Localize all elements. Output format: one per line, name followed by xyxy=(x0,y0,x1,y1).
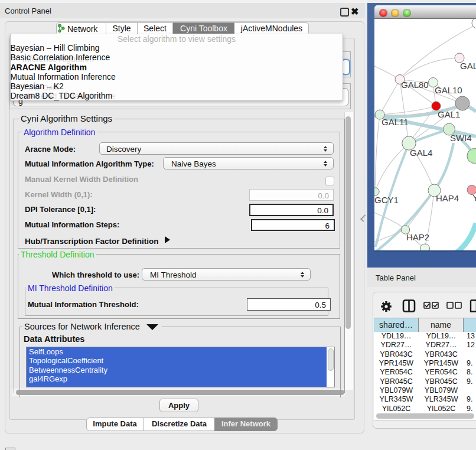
svg-text:HAP2: HAP2 xyxy=(406,232,429,242)
svg-text:GCY1: GCY1 xyxy=(374,195,399,205)
svg-text:GAL10: GAL10 xyxy=(435,85,462,95)
svg-text:SWI4: SWI4 xyxy=(450,133,472,143)
svg-text:GAL11: GAL11 xyxy=(382,117,409,127)
svg-text:GAL1: GAL1 xyxy=(438,109,460,119)
svg-text:GAL2: GAL2 xyxy=(460,61,476,71)
svg-text:GAL4: GAL4 xyxy=(410,148,432,158)
svg-text:Y: Y xyxy=(472,193,476,203)
svg-text:HAP4: HAP4 xyxy=(436,193,459,203)
svg-text:GAL80: GAL80 xyxy=(401,80,429,90)
